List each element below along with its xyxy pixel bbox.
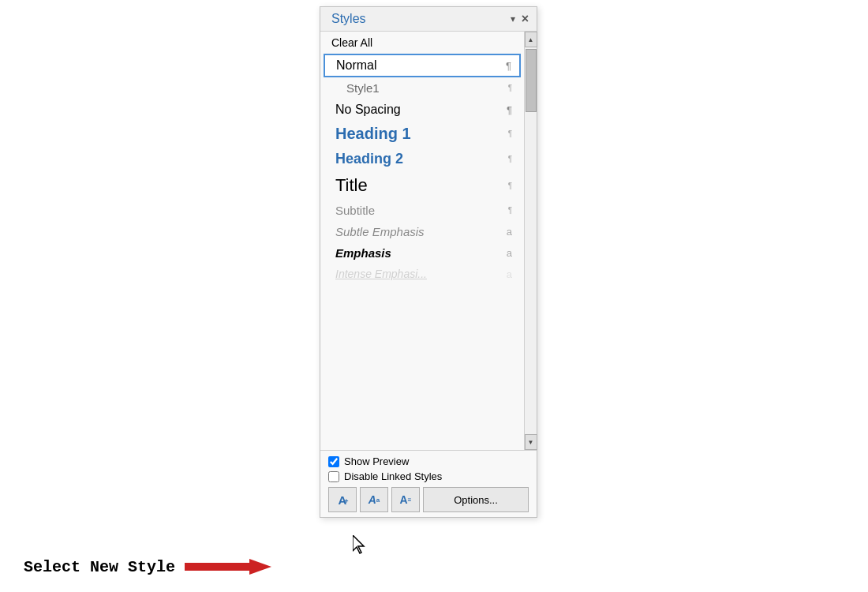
panel-footer: Show Preview Disable Linked Styles A+ A … [320, 450, 537, 517]
styles-list: Clear All Normal ¶ Style1 ¶ No Spacing ¶ [320, 32, 524, 450]
style-icon-intense-emphasis: a [507, 268, 512, 280]
style-item-heading1[interactable]: Heading 1 ¶ [324, 121, 521, 147]
panel-title: Styles [331, 12, 366, 26]
panel-header: Styles ▾ × [320, 7, 537, 32]
scrollbar-thumb[interactable] [526, 49, 537, 112]
panel-header-icons: ▾ × [511, 13, 529, 25]
show-preview-label[interactable]: Show Preview [344, 455, 409, 467]
disable-linked-label[interactable]: Disable Linked Styles [344, 470, 442, 482]
show-preview-row: Show Preview [328, 455, 529, 467]
clear-all-button[interactable]: Clear All [320, 32, 524, 54]
mouse-cursor [353, 535, 362, 551]
style-item-emphasis[interactable]: Emphasis a [324, 242, 521, 264]
select-label-text: Select New Style [24, 558, 175, 576]
style-item-normal[interactable]: Normal ¶ [324, 54, 521, 77]
svg-marker-1 [249, 559, 271, 575]
style-icon-no-spacing: ¶ [507, 104, 512, 116]
panel-close-button[interactable]: × [522, 13, 529, 25]
show-preview-checkbox[interactable] [328, 456, 339, 467]
style-name-title: Title [335, 175, 503, 196]
style-name-normal: Normal [336, 58, 501, 73]
scrollbar-track: ▲ ▼ [524, 32, 537, 450]
style-icon-subtitle: ¶ [508, 206, 512, 215]
arrow-container [185, 556, 271, 578]
style-item-intense-emphasis[interactable]: Intense Emphasi... a [324, 264, 521, 284]
new-style-button[interactable]: A+ [328, 487, 357, 512]
footer-buttons: A+ A a A ≡ Options... [328, 487, 529, 512]
styles-panel: Styles ▾ × Clear All Normal ¶ Style1 ¶ [320, 6, 537, 518]
style-icon-heading1: ¶ [508, 129, 512, 138]
disable-linked-checkbox[interactable] [328, 471, 339, 482]
style-name-heading1: Heading 1 [335, 125, 503, 143]
style-item-no-spacing[interactable]: No Spacing ¶ [324, 99, 521, 121]
style-icon-title: ¶ [508, 182, 512, 190]
scrollbar-up-button[interactable]: ▲ [525, 32, 537, 47]
style-name-emphasis: Emphasis [335, 246, 502, 260]
style-icon-emphasis: a [507, 247, 512, 259]
manage-styles-button[interactable]: A ≡ [391, 487, 420, 512]
style-icon-normal: ¶ [506, 60, 511, 72]
page-background: Select New Style Styles ▾ × Clear All [0, 0, 868, 592]
style-item-subtitle[interactable]: Subtitle ¶ [324, 200, 521, 221]
red-arrow-icon [185, 556, 271, 578]
styles-list-wrapper: Clear All Normal ¶ Style1 ¶ No Spacing ¶ [320, 32, 537, 450]
options-button[interactable]: Options... [423, 487, 529, 512]
style-item-style1[interactable]: Style1 ¶ [324, 77, 521, 99]
panel-dropdown-button[interactable]: ▾ [511, 13, 515, 24]
svg-marker-2 [353, 535, 364, 553]
style-name-heading2: Heading 2 [335, 151, 503, 167]
select-new-style-label: Select New Style [24, 556, 271, 578]
style-item-heading2[interactable]: Heading 2 ¶ [324, 147, 521, 171]
disable-linked-row: Disable Linked Styles [328, 470, 529, 482]
style-name-no-spacing: No Spacing [335, 103, 502, 117]
style-icon-heading2: ¶ [508, 155, 512, 163]
style-icon-style1: ¶ [508, 84, 512, 92]
style-name-subtle-emphasis: Subtle Emphasis [335, 225, 502, 238]
style-icon-subtle-emphasis: a [507, 226, 512, 238]
style-inspector-button[interactable]: A a [360, 487, 388, 512]
style-name-subtitle: Subtitle [335, 204, 503, 217]
style-name-intense-emphasis: Intense Emphasi... [335, 268, 502, 280]
style-item-title[interactable]: Title ¶ [324, 171, 521, 200]
style-item-subtle-emphasis[interactable]: Subtle Emphasis a [324, 221, 521, 242]
style-name-style1: Style1 [346, 81, 503, 95]
scrollbar-down-button[interactable]: ▼ [525, 434, 537, 450]
